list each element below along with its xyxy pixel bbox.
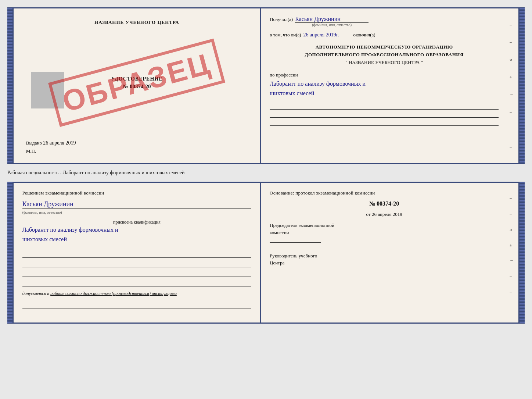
qualification: Лаборантт по анализу формовочных и (22, 225, 251, 235)
bottom-side-mark-2: – (510, 211, 516, 216)
prisvoena-label: присвоена квалификация (22, 220, 251, 225)
udostoverenie-block: УДОСТОВЕРЕНИЕ № 00374-20 (111, 76, 162, 90)
right-side-marks-top: – – и а ← – – – (507, 8, 518, 163)
udost-label: УДОСТОВЕРЕНИЕ (111, 76, 162, 82)
predsedatel-line1: Председатель экзаменационной (270, 222, 499, 229)
resheniem-text: Решением экзаменационной комиссии (22, 190, 251, 196)
top-doc-right: Получил(а) Касьян Дружинин (фамилия, имя… (261, 8, 507, 163)
ot-date: 26 апреля 2019 (372, 211, 402, 217)
bottom-document: Решением экзаменационной комиссии Касьян… (12, 182, 520, 324)
bottom-lines-block (22, 251, 251, 286)
vydano-label: Выдано (26, 140, 42, 146)
predsedatel-line2: комиссии (270, 229, 499, 236)
top-doc-left: НАЗВАНИЕ УЧЕБНОГО ЦЕНТРА УДОСТОВЕРЕНИЕ №… (14, 8, 261, 163)
org-block: АВТОНОМНУЮ НЕКОММЕРЧЕСКУЮ ОРГАНИЗАЦИЮ ДО… (270, 43, 499, 66)
right-line-2 (270, 111, 499, 118)
side-mark-arrow: ← (510, 92, 516, 97)
bottom-document-wrapper: Решением экзаменационной комиссии Касьян… (7, 182, 525, 324)
bottom-line-5 (22, 302, 251, 309)
vydano-date: 26 апреля 2019 (43, 140, 76, 146)
middle-text: Рабочая специальность - Лаборант по анал… (7, 168, 525, 177)
osnovanie-text: Основание: протокол экзаменационной коми… (270, 190, 499, 196)
bottom-side-mark-i: и (510, 227, 516, 231)
rukovoditel-block: Руководитель учебного Центра (270, 252, 499, 275)
udost-number: № 00374-20 (111, 83, 162, 90)
side-mark-1: – (510, 22, 516, 27)
left-spine-top (7, 7, 12, 164)
dopuskaetsya-text: допускается к работе согласно должностны… (22, 291, 251, 296)
right-spine-top (520, 7, 525, 164)
bottom-side-mark-4: – (510, 289, 516, 294)
rukovoditel-line1: Руководитель учебного (270, 252, 499, 260)
bottom-side-mark-1: – (510, 196, 516, 200)
side-mark-5: – (510, 145, 516, 149)
org-line3: " НАЗВАНИЕ УЧЕБНОГО ЦЕНТРА " (270, 59, 499, 67)
org-line2: ДОПОЛНИТЕЛЬНОГО ПРОФЕССИОНАЛЬНОГО ОБРАЗО… (270, 51, 499, 59)
bottom-side-mark-arrow: ← (510, 258, 516, 263)
prisvoena-block: присвоена квалификация Лаборантт по анал… (22, 220, 251, 244)
dopuskaetsya-main: работе согласно должностным (производств… (50, 291, 177, 296)
side-mark-i: и (510, 57, 516, 62)
bottom-name: Касьян Дружинин (22, 200, 251, 209)
profession-name: Лаборантт по анализу формовочных и (270, 79, 499, 89)
bottom-name-subtitle: (фамилия, имя, отчество) (22, 210, 62, 214)
bottom-line-3 (22, 270, 251, 277)
page-wrapper: НАЗВАНИЕ УЧЕБНОГО ЦЕНТРА УДОСТОВЕРЕНИЕ №… (7, 7, 525, 324)
rukovoditel-sign-line (270, 267, 321, 273)
bottom-side-mark-5: – (510, 305, 516, 310)
poluchil-label: Получил(а) (270, 17, 293, 22)
poluchil-row: Получил(а) Касьян Дружинин (фамилия, имя… (270, 16, 499, 27)
stamp-area: УДОСТОВЕРЕНИЕ № 00374-20 ОБРАЗЕЦ (22, 25, 251, 140)
predsedatel-sign-line (270, 236, 321, 243)
vtom-label: в том, что он(а) (270, 32, 301, 38)
qualification2: шихтовых смесей (22, 235, 251, 244)
mp-line: М.П. (22, 148, 36, 154)
ot-label: от (366, 211, 371, 217)
protocol-number: № 00374-20 (270, 200, 499, 207)
po-professii-label: по профессии (270, 72, 298, 78)
ot-date-block: от 26 апреля 2019 (270, 211, 499, 217)
right-spine-bottom (520, 182, 525, 324)
right-line-3 (270, 119, 499, 126)
bottom-doc-left: Решением экзаменационной комиссии Касьян… (14, 183, 261, 323)
predsedatel-block: Председатель экзаменационной комиссии (270, 222, 499, 245)
bottom-side-mark-a: а (510, 243, 516, 247)
dopuskaetsya-prefix: допускается к (22, 291, 49, 296)
side-mark-4: – (510, 127, 516, 132)
profession-name2: шихтовых смесей (270, 89, 499, 98)
bottom-line-2 (22, 261, 251, 267)
poluchil-name: Касьян Дружинин (295, 16, 369, 23)
bottom-line-1 (22, 251, 251, 258)
rukovoditel-line2: Центра (270, 259, 499, 267)
left-spine-bottom (7, 182, 12, 324)
bottom-side-mark-3: – (510, 274, 516, 278)
right-lines-block (270, 103, 499, 126)
poluchil-subtitle: (фамилия, имя, отчество) (295, 23, 369, 27)
okonchil-label: окончил(а) (353, 32, 375, 38)
right-side-marks-bottom: – – и а ← – – – (507, 183, 518, 323)
top-document-wrapper: НАЗВАНИЕ УЧЕБНОГО ЦЕНТРА УДОСТОВЕРЕНИЕ №… (7, 7, 525, 164)
vtom-row: в том, что он(а) 26 апреля 2019г. окончи… (270, 32, 499, 38)
vtom-date: 26 апреля 2019г. (303, 32, 351, 38)
photo-placeholder (31, 72, 64, 108)
vydano-line: Выдано 26 апреля 2019 (22, 140, 76, 146)
side-mark-3: – (510, 110, 516, 114)
bottom-doc-right: Основание: протокол экзаменационной коми… (261, 183, 507, 323)
org-line1: АВТОНОМНУЮ НЕКОММЕРЧЕСКУЮ ОРГАНИЗАЦИЮ (270, 43, 499, 51)
bottom-name-block: Касьян Дружинин (фамилия, имя, отчество) (22, 200, 251, 215)
poluchil-dash: – (371, 17, 373, 22)
top-document: НАЗВАНИЕ УЧЕБНОГО ЦЕНТРА УДОСТОВЕРЕНИЕ №… (12, 7, 520, 164)
side-mark-2: – (510, 40, 516, 44)
bottom-line-4 (22, 280, 251, 286)
side-mark-a: а (510, 75, 516, 79)
right-line-1 (270, 103, 499, 110)
professii-block: по профессии Лаборантт по анализу формов… (270, 71, 499, 98)
top-left-title: НАЗВАНИЕ УЧЕБНОГО ЦЕНТРА (94, 19, 179, 25)
